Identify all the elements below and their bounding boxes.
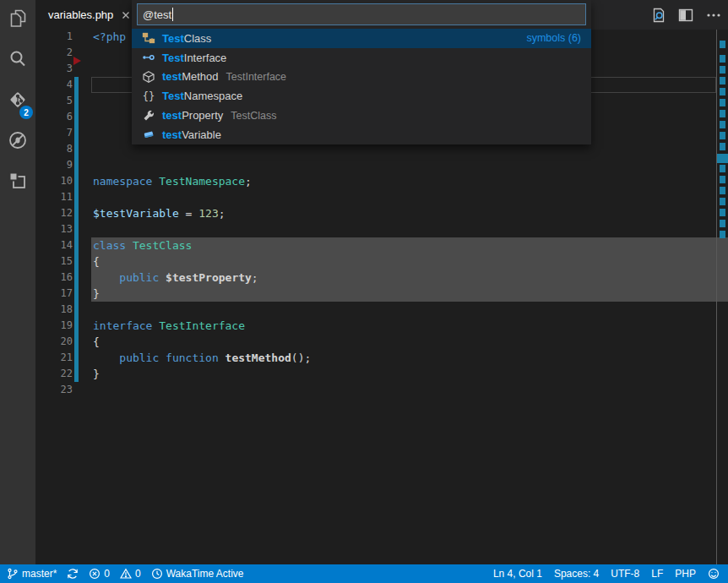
result-match-text: Test <box>162 52 184 64</box>
line-number[interactable]: 21 <box>35 350 73 366</box>
error-count: 0 <box>104 568 110 580</box>
quick-open-result[interactable]: testVariable <box>132 125 591 144</box>
code-line[interactable] <box>93 302 716 318</box>
line-number[interactable]: 9 <box>35 157 73 173</box>
result-label: Interface <box>184 52 227 64</box>
quick-open-result[interactable]: TestInterface <box>132 48 591 68</box>
line-number[interactable]: 15 <box>35 253 73 270</box>
editor-gutter: 1234567891011121314151617181920212223 <box>35 30 91 564</box>
code-line[interactable]: { <box>93 334 716 350</box>
overview-ruler-mark <box>720 88 725 95</box>
quick-open-result[interactable]: testMethodTestInterface <box>132 68 591 87</box>
result-label: Variable <box>182 128 221 141</box>
line-number[interactable]: 6 <box>35 109 73 125</box>
tab-label: variables.php <box>48 8 113 21</box>
tab-close-button[interactable] <box>122 11 130 19</box>
code-line[interactable] <box>93 382 716 398</box>
code-line[interactable] <box>93 157 716 173</box>
line-number[interactable]: 11 <box>35 189 73 205</box>
code-line[interactable]: public $testProperty; <box>93 270 716 286</box>
encoding-status[interactable]: UTF-8 <box>611 568 639 580</box>
code-line[interactable]: class TestClass <box>93 237 716 253</box>
quick-open-result[interactable]: {}TestNamespace <box>132 86 591 106</box>
git-branch-status[interactable]: master* <box>7 568 57 580</box>
line-number[interactable]: 10 <box>35 173 73 189</box>
interface-symbol-icon <box>142 51 155 64</box>
wakatime-status[interactable]: WakaTime Active <box>151 568 244 580</box>
sync-button[interactable] <box>67 568 79 580</box>
indentation-status[interactable]: Spaces: 4 <box>554 568 599 580</box>
code-line[interactable]: { <box>93 253 716 270</box>
activity-debug-button[interactable] <box>0 122 35 162</box>
overview-ruler-mark <box>717 154 728 163</box>
line-number[interactable]: 4 <box>35 77 73 93</box>
split-editor-button[interactable] <box>676 6 695 25</box>
quick-open-result[interactable]: testPropertyTestClass <box>132 106 591 125</box>
files-icon <box>7 8 29 33</box>
line-number[interactable]: 17 <box>35 286 73 302</box>
overview-ruler[interactable] <box>716 30 728 564</box>
status-bar-left: master* 0 <box>0 568 244 580</box>
editor-group: variables.php <box>35 0 728 564</box>
line-number[interactable]: 3 <box>35 61 73 77</box>
git-deleted-gutter-marker <box>73 57 81 65</box>
overview-ruler-mark <box>720 231 725 238</box>
quick-open-result[interactable]: TestClasssymbols (6) <box>132 29 591 48</box>
overview-ruler-mark <box>720 220 725 227</box>
editor-actions <box>649 0 723 30</box>
code-line[interactable]: public function testMethod(); <box>93 350 716 366</box>
problems-status[interactable]: 0 0 <box>89 568 140 580</box>
line-number[interactable]: 18 <box>35 302 73 318</box>
activity-extensions-button[interactable] <box>0 162 35 203</box>
quick-open-input[interactable]: @test <box>137 3 586 25</box>
activity-explorer-button[interactable] <box>0 0 35 41</box>
feedback-smiley-button[interactable] <box>708 568 720 580</box>
line-number[interactable]: 16 <box>35 270 73 286</box>
branch-name: master* <box>22 568 57 580</box>
eol-status[interactable]: LF <box>651 568 663 580</box>
quick-open-input-wrap: @test <box>132 0 591 29</box>
line-number[interactable]: 7 <box>35 125 73 141</box>
code-line[interactable]: interface TestInterface <box>93 318 716 334</box>
code-line[interactable]: } <box>93 286 716 302</box>
code-line[interactable] <box>93 221 716 237</box>
line-number[interactable]: 1 <box>35 30 73 45</box>
quick-open-widget: @test TestClasssymbols (6)TestInterfacet… <box>132 0 591 144</box>
result-group-badge: symbols (6) <box>526 32 581 44</box>
line-number[interactable]: 14 <box>35 237 73 253</box>
line-number[interactable]: 13 <box>35 221 73 237</box>
file-search-button[interactable] <box>649 6 667 25</box>
git-modified-gutter-bar <box>74 77 79 382</box>
tab-variables-php[interactable]: variables.php <box>35 0 135 30</box>
overview-ruler-mark <box>720 176 725 183</box>
clock-icon <box>151 568 163 580</box>
property-symbol-icon <box>142 109 155 123</box>
line-number[interactable]: 20 <box>35 334 73 350</box>
more-actions-button[interactable] <box>704 6 723 25</box>
code-line[interactable]: $testVariable = 123; <box>93 205 716 221</box>
line-number[interactable]: 12 <box>35 205 73 221</box>
code-line[interactable] <box>93 189 716 205</box>
smiley-icon <box>708 568 720 580</box>
result-label: Class <box>184 32 212 45</box>
activity-source-control-button[interactable]: 2 <box>0 81 35 122</box>
cursor-position-status[interactable]: Ln 4, Col 1 <box>493 568 542 580</box>
wakatime-label: WakaTime Active <box>166 568 244 580</box>
line-number[interactable]: 5 <box>35 93 73 109</box>
result-match-text: test <box>162 128 182 141</box>
code-line[interactable]: namespace TestNamespace; <box>93 173 716 189</box>
line-number[interactable]: 8 <box>35 141 73 157</box>
line-number[interactable]: 2 <box>35 45 73 61</box>
code-line[interactable]: } <box>93 366 716 382</box>
extensions-icon <box>7 170 29 195</box>
line-number[interactable]: 19 <box>35 318 73 334</box>
git-branch-icon <box>7 568 19 580</box>
overview-ruler-mark <box>720 132 725 139</box>
activity-search-button[interactable] <box>0 41 35 81</box>
overview-ruler-mark <box>720 143 725 150</box>
language-mode-status[interactable]: PHP <box>675 568 696 580</box>
source-control-badge: 2 <box>19 106 33 119</box>
line-number[interactable]: 23 <box>35 382 73 398</box>
line-number[interactable]: 22 <box>35 366 73 382</box>
namespace-symbol-icon: {} <box>142 90 155 103</box>
